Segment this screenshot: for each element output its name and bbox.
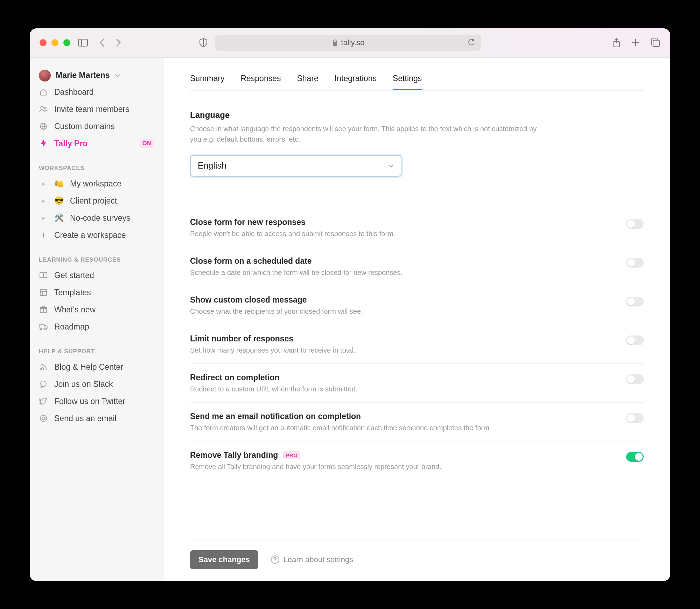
- maximize-window-button[interactable]: [63, 39, 70, 46]
- setting-row: Close form on a scheduled dateSchedule a…: [190, 247, 644, 286]
- setting-row: Show custom closed messageChoose what th…: [190, 286, 644, 325]
- chevron-down-icon: [115, 74, 120, 77]
- setting-title: Remove Tally brandingPRO: [190, 451, 616, 460]
- toggle-switch[interactable]: [626, 219, 644, 229]
- svg-point-23: [40, 328, 42, 330]
- url-text: tally.so: [341, 38, 365, 47]
- toggle-switch[interactable]: [626, 335, 644, 345]
- close-window-button[interactable]: [40, 39, 47, 46]
- setting-desc: Choose what the recipients of your close…: [190, 307, 616, 316]
- toggle-switch[interactable]: [626, 258, 644, 268]
- setting-desc: Schedule a date on which the form will b…: [190, 269, 616, 277]
- browser-window: tally.so Marie Martens: [30, 28, 670, 581]
- sidebar-item-domains[interactable]: Custom domains: [36, 118, 157, 135]
- setting-title: Close form for new responses: [190, 218, 616, 227]
- label: Create a workspace: [54, 231, 126, 240]
- workspace-item[interactable]: ▶ 🛠️ No-code surveys: [36, 210, 157, 227]
- new-tab-icon[interactable]: [631, 38, 640, 48]
- reload-icon[interactable]: [468, 39, 475, 47]
- chevron-right-icon: ▶: [39, 181, 48, 186]
- sidebar-item-whats-new[interactable]: What's new: [36, 301, 157, 318]
- setting-row: Close form for new responsesPeople won't…: [190, 208, 644, 247]
- setting-desc: Remove all Tally branding and have your …: [190, 463, 616, 471]
- chevron-down-icon: [388, 164, 394, 168]
- setting-row: Send me an email notification on complet…: [190, 403, 644, 441]
- learn-label: Learn about settings: [284, 555, 353, 564]
- sidebar-item-roadmap[interactable]: Roadmap: [36, 318, 157, 335]
- main-content: Summary Responses Share Integrations Set…: [163, 58, 670, 581]
- at-icon: [39, 415, 48, 422]
- sidebar-item-email[interactable]: Send us an email: [36, 410, 157, 427]
- label: Templates: [54, 288, 91, 297]
- tab-settings[interactable]: Settings: [393, 70, 422, 90]
- sidebar-item-get-started[interactable]: Get started: [36, 267, 157, 284]
- sidebar-item-invite[interactable]: Invite team members: [36, 101, 157, 118]
- setting-row: Limit number of responsesSet how many re…: [190, 325, 644, 364]
- language-select[interactable]: English: [190, 155, 401, 177]
- section-learning: LEARNING & RESOURCES: [36, 244, 157, 267]
- setting-title: Send me an email notification on complet…: [190, 412, 616, 421]
- chevron-right-icon: ▶: [39, 198, 48, 204]
- label: Roadmap: [54, 322, 89, 332]
- user-menu[interactable]: Marie Martens: [36, 68, 157, 84]
- toggle-switch[interactable]: [626, 413, 644, 423]
- tabs-overview-icon[interactable]: [651, 38, 660, 48]
- url-bar[interactable]: tally.so: [215, 35, 481, 51]
- sidebar-toggle-icon[interactable]: [78, 39, 88, 47]
- label: Custom domains: [54, 122, 115, 131]
- save-button[interactable]: Save changes: [190, 550, 258, 569]
- setting-desc: Choose in what language the respondents …: [190, 123, 547, 144]
- browser-titlebar: tally.so: [30, 28, 670, 58]
- label: Send us an email: [54, 414, 117, 423]
- template-icon: [39, 289, 48, 296]
- globe-icon: [39, 122, 48, 130]
- settings-content: Language Choose in what language the res…: [190, 91, 644, 540]
- pro-badge: PRO: [283, 451, 300, 459]
- minimize-window-button[interactable]: [51, 39, 58, 46]
- svg-rect-7: [653, 40, 659, 47]
- learn-about-settings-link[interactable]: ? Learn about settings: [271, 555, 353, 564]
- sidebar-item-blog[interactable]: Blog & Help Center: [36, 359, 157, 376]
- workspace-item[interactable]: ▶ 🍋 My workspace: [36, 175, 157, 192]
- tab-responses[interactable]: Responses: [240, 70, 281, 90]
- home-icon: [39, 88, 48, 96]
- setting-row: Remove Tally brandingPRORemove all Tally…: [190, 441, 644, 480]
- on-badge: ON: [140, 139, 154, 148]
- chat-icon: [39, 380, 48, 388]
- user-name: Marie Martens: [56, 71, 110, 80]
- sidebar-item-slack[interactable]: Join us on Slack: [36, 376, 157, 393]
- label: Blog & Help Center: [54, 362, 123, 372]
- back-button[interactable]: [99, 38, 105, 48]
- workspace-item[interactable]: ▶ 😎 Client project: [36, 192, 157, 210]
- sidebar-item-dashboard[interactable]: Dashboard: [36, 84, 157, 101]
- label: Invite team members: [54, 105, 130, 114]
- setting-title: Limit number of responses: [190, 334, 616, 344]
- svg-rect-3: [333, 42, 337, 46]
- tab-integrations[interactable]: Integrations: [335, 70, 377, 90]
- forward-button[interactable]: [115, 38, 121, 48]
- app-body: Marie Martens Dashboard Invite team memb…: [30, 58, 670, 581]
- sidebar-item-templates[interactable]: Templates: [36, 284, 157, 301]
- toggle-switch[interactable]: [626, 374, 644, 384]
- sidebar-item-twitter[interactable]: Follow us on Twitter: [36, 393, 157, 410]
- svg-point-27: [42, 417, 45, 420]
- setting-title: Close form on a scheduled date: [190, 256, 616, 266]
- create-workspace[interactable]: Create a workspace: [36, 227, 157, 244]
- tab-share[interactable]: Share: [297, 70, 318, 90]
- share-icon[interactable]: [612, 38, 621, 48]
- tab-summary[interactable]: Summary: [190, 70, 224, 90]
- svg-point-24: [45, 328, 47, 330]
- toggle-switch[interactable]: [626, 297, 644, 306]
- label: Dashboard: [54, 87, 94, 97]
- workspace-emoji: 🍋: [54, 179, 64, 188]
- users-icon: [39, 106, 48, 113]
- svg-point-8: [41, 106, 43, 109]
- lock-icon: [332, 39, 338, 46]
- sidebar-item-pro[interactable]: Tally Pro ON: [36, 135, 157, 152]
- svg-point-9: [44, 107, 46, 109]
- toggle-switch[interactable]: [626, 452, 644, 462]
- label: No-code surveys: [70, 213, 131, 223]
- svg-point-25: [41, 368, 42, 370]
- avatar: [39, 70, 51, 82]
- shield-icon[interactable]: [199, 38, 208, 48]
